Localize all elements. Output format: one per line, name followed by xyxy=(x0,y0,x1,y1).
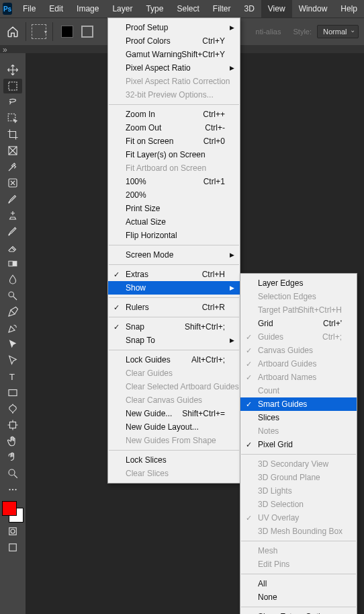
show-pixel-grid[interactable]: ✓Pixel Grid xyxy=(240,438,357,451)
edit-toolbar[interactable] xyxy=(3,482,22,497)
show-3d-secondary-view: 3D Secondary View xyxy=(240,457,357,471)
menu-image[interactable]: Image xyxy=(70,0,105,17)
view-flip-horizontal[interactable]: Flip Horizontal xyxy=(108,229,240,242)
menu-help[interactable]: Help xyxy=(334,0,364,17)
show-slices[interactable]: Slices xyxy=(240,411,357,424)
view-200[interactable]: 200% xyxy=(108,188,240,202)
view-fit-on-screen[interactable]: Fit on ScreenCtrl+0 xyxy=(108,135,240,148)
tool-preset-picker[interactable]: ▾ xyxy=(32,24,47,39)
move-tool[interactable] xyxy=(3,63,22,77)
brush-tool[interactable] xyxy=(3,192,22,206)
menu-item-label: Snap xyxy=(126,322,144,332)
show-smart-guides[interactable]: ✓Smart Guides xyxy=(240,397,357,411)
direct-selection-tool[interactable] xyxy=(3,353,22,368)
show-grid[interactable]: GridCtrl+' xyxy=(240,317,357,330)
show-layer-edges[interactable]: Layer Edges xyxy=(240,276,357,290)
lasso-tool[interactable] xyxy=(3,95,22,110)
custom-shape-tool[interactable] xyxy=(3,401,22,416)
blur-tool[interactable] xyxy=(3,272,22,287)
view-gamut-warning[interactable]: Gamut WarningShift+Ctrl+Y xyxy=(108,48,240,61)
app-logo: Ps xyxy=(3,3,12,15)
clone-stamp-tool[interactable] xyxy=(3,208,22,223)
menu-select[interactable]: Select xyxy=(170,0,206,17)
menu-3d[interactable]: 3D xyxy=(237,0,261,17)
menu-item-label: Zoom In xyxy=(126,110,155,119)
canvas-area[interactable]: Proof Setup▶Proof ColorsCtrl+YGamut Warn… xyxy=(26,53,364,614)
menu-edit[interactable]: Edit xyxy=(42,0,70,17)
check-icon: ✓ xyxy=(113,270,120,279)
view-rulers[interactable]: ✓RulersCtrl+R xyxy=(108,301,240,314)
shortcut-label: Ctrl+R xyxy=(202,303,225,312)
stroke-color-box[interactable] xyxy=(81,26,93,38)
curvature-pen-tool[interactable] xyxy=(3,321,22,336)
view-lock-guides[interactable]: Lock GuidesAlt+Ctrl+; xyxy=(108,353,240,367)
object-selection-tool[interactable] xyxy=(3,111,22,126)
path-selection-tool[interactable] xyxy=(3,337,22,352)
eraser-tool[interactable] xyxy=(3,240,22,255)
view-screen-mode[interactable]: Screen Mode▶ xyxy=(108,248,240,262)
show-all[interactable]: All xyxy=(240,577,357,590)
screen-mode-icon[interactable] xyxy=(3,540,22,555)
artboard-tool[interactable] xyxy=(3,418,22,432)
menu-file[interactable]: File xyxy=(16,0,42,17)
show-mesh: Mesh xyxy=(240,544,357,558)
menu-layer[interactable]: Layer xyxy=(105,0,139,17)
shortcut-label: Ctrl+- xyxy=(205,123,225,132)
view-proof-colors[interactable]: Proof ColorsCtrl+Y xyxy=(108,34,240,48)
svg-rect-16 xyxy=(9,544,17,551)
check-icon: ✓ xyxy=(246,514,252,523)
view-snap-to[interactable]: Snap To▶ xyxy=(108,334,240,347)
show-uv-overlay: ✓UV Overlay xyxy=(240,511,357,525)
view-lock-slices[interactable]: Lock Slices xyxy=(108,453,240,467)
rotate-view-tool[interactable] xyxy=(3,450,22,465)
fill-color-box[interactable] xyxy=(61,26,73,38)
view-new-guide-layout[interactable]: New Guide Layout... xyxy=(108,420,240,434)
view-snap[interactable]: ✓SnapShift+Ctrl+; xyxy=(108,320,240,334)
style-dropdown[interactable]: Normal xyxy=(317,25,359,38)
view-proof-setup[interactable]: Proof Setup▶ xyxy=(108,21,240,34)
pen-tool[interactable] xyxy=(3,305,22,319)
show-show-extras-options[interactable]: Show Extras Options... xyxy=(240,610,357,614)
zoom-tool[interactable] xyxy=(3,466,22,481)
menu-view[interactable]: View xyxy=(261,0,292,17)
quick-mask-icon[interactable] xyxy=(3,524,22,539)
spot-healing-brush-tool[interactable] xyxy=(3,176,22,190)
menu-item-label: Mesh xyxy=(258,546,277,555)
view-100[interactable]: 100%Ctrl+1 xyxy=(108,175,240,188)
history-brush-tool[interactable] xyxy=(3,224,22,239)
hand-tool[interactable] xyxy=(3,434,22,449)
menu-item-label: Count xyxy=(258,386,279,395)
view-new-guide[interactable]: New Guide...Shift+Ctrl+= xyxy=(108,407,240,420)
view-extras[interactable]: ✓ExtrasCtrl+H xyxy=(108,268,240,281)
menu-item-label: Pixel Aspect Ratio xyxy=(126,63,191,73)
menu-item-label: Lock Slices xyxy=(126,455,167,465)
menu-filter[interactable]: Filter xyxy=(206,0,238,17)
menu-item-label: Smart Guides xyxy=(258,399,307,409)
horizontal-type-tool[interactable]: T xyxy=(3,369,22,384)
view-zoom-in[interactable]: Zoom InCtrl++ xyxy=(108,108,240,121)
home-button[interactable] xyxy=(5,24,20,39)
style-value: Normal xyxy=(323,28,347,36)
gradient-tool[interactable] xyxy=(3,256,22,271)
view-pixel-aspect-ratio[interactable]: Pixel Aspect Ratio▶ xyxy=(108,61,240,75)
view-show[interactable]: Show▶ xyxy=(108,281,240,295)
eyedropper-tool[interactable] xyxy=(3,159,22,174)
menu-item-label: UV Overlay xyxy=(258,513,299,523)
view-zoom-out[interactable]: Zoom OutCtrl+- xyxy=(108,121,240,135)
show-none[interactable]: None xyxy=(240,590,357,604)
frame-tool[interactable] xyxy=(3,143,22,158)
color-swatches[interactable] xyxy=(2,501,24,523)
menu-item-label: Rulers xyxy=(126,303,149,312)
view-actual-size[interactable]: Actual Size xyxy=(108,215,240,229)
submenu-arrow-icon: ▶ xyxy=(230,24,234,31)
menu-type[interactable]: Type xyxy=(139,0,170,17)
menu-window[interactable]: Window xyxy=(292,0,334,17)
rectangular-marquee-tool[interactable] xyxy=(3,79,22,93)
rectangle-tool[interactable] xyxy=(3,385,22,400)
crop-tool[interactable] xyxy=(3,127,22,142)
dodge-tool[interactable] xyxy=(3,289,22,303)
foreground-color[interactable] xyxy=(2,501,17,516)
separator xyxy=(26,22,26,41)
view-fit-layer-s-on-screen[interactable]: Fit Layer(s) on Screen xyxy=(108,148,240,161)
view-print-size[interactable]: Print Size xyxy=(108,202,240,215)
